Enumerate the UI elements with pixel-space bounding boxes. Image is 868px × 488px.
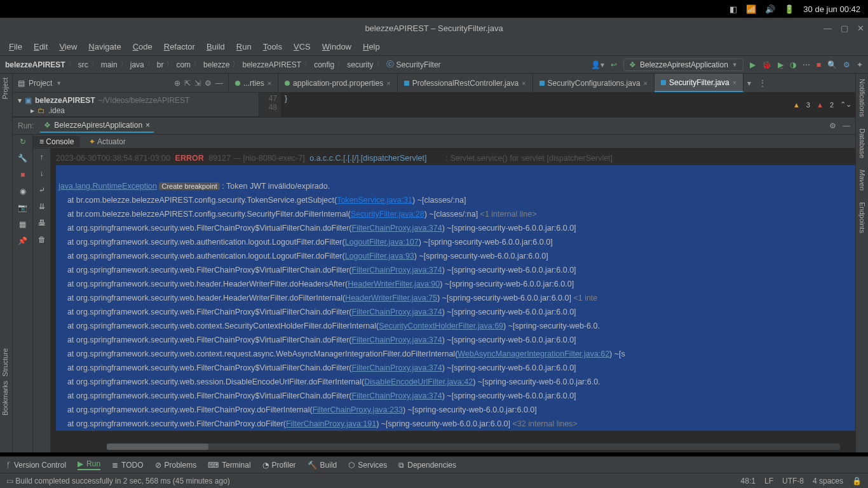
- breadcrumb-item[interactable]: SecurityFilter: [397, 60, 441, 69]
- rerun-icon[interactable]: ↻: [20, 137, 26, 146]
- coverage-button[interactable]: ▶̤: [778, 60, 783, 69]
- pin-icon[interactable]: 📌: [18, 236, 27, 245]
- right-tab-database[interactable]: Database: [858, 128, 866, 158]
- line-separator[interactable]: LF: [764, 477, 773, 485]
- menu-file[interactable]: File: [4, 41, 27, 53]
- tab-terminal[interactable]: ⌨Terminal: [208, 461, 250, 470]
- tabs-more-icon[interactable]: ⋮: [755, 79, 770, 88]
- tab-services[interactable]: ⬡Services: [348, 461, 387, 470]
- breadcrumb-item[interactable]: src: [78, 60, 88, 69]
- menu-navigate[interactable]: Navigate: [83, 41, 126, 53]
- wrap-icon[interactable]: ⤶: [39, 186, 45, 194]
- breadcrumb-item[interactable]: br: [157, 60, 164, 69]
- tab-problems[interactable]: ⊘Problems: [155, 461, 197, 470]
- tab-profiler[interactable]: ◔Profiler: [262, 461, 296, 470]
- project-pane-header[interactable]: ▤ Project ▼ ⊕ ⇱ ⇲ ⚙ —: [13, 74, 229, 92]
- run-button[interactable]: ▶: [750, 60, 756, 69]
- ide-gear-icon[interactable]: ✦: [857, 60, 863, 69]
- vcs-update-icon[interactable]: ↩: [611, 60, 617, 69]
- run-tab[interactable]: ❖ BelezzeApirestApplication ×: [40, 119, 154, 133]
- close-icon[interactable]: ×: [522, 79, 526, 87]
- close-icon[interactable]: ×: [644, 79, 648, 87]
- down-icon[interactable]: ↓: [40, 169, 44, 178]
- hide-icon[interactable]: —: [843, 121, 850, 130]
- breadcrumb-item[interactable]: java: [130, 60, 144, 69]
- left-tool-rail[interactable]: Project Structure Bookmarks: [0, 74, 13, 452]
- gear-icon[interactable]: ⚙: [829, 121, 836, 130]
- chevron-down-icon[interactable]: ▾: [18, 96, 22, 105]
- scrollbar-thumb[interactable]: [107, 444, 208, 450]
- breadcrumb-item[interactable]: main: [101, 60, 118, 69]
- settings-icon[interactable]: ⚙: [843, 60, 850, 69]
- inspection-widget[interactable]: ▲3 ▲2 ⌃⌄: [793, 100, 851, 109]
- breadcrumb-item[interactable]: com: [176, 60, 191, 69]
- chevron-right-icon[interactable]: ▸: [31, 106, 34, 115]
- maximize-button[interactable]: ▢: [841, 24, 848, 33]
- locate-icon[interactable]: ⊕: [174, 79, 180, 88]
- close-icon[interactable]: ×: [733, 79, 736, 86]
- users-icon[interactable]: 👤▾: [591, 60, 604, 69]
- bottom-toolbar[interactable]: ᚶVersion Control ▶Run ≣TODO ⊘Problems ⌨T…: [0, 456, 868, 473]
- breadcrumb-item[interactable]: config: [314, 60, 334, 69]
- menu-vcs[interactable]: VCS: [288, 41, 316, 53]
- hide-icon[interactable]: —: [215, 79, 223, 88]
- left-tab-project[interactable]: Project: [1, 78, 9, 99]
- menu-build[interactable]: Build: [201, 41, 230, 53]
- scroll-icon[interactable]: ⇊: [39, 202, 45, 211]
- tool-icon[interactable]: 🔧: [18, 154, 27, 163]
- breadcrumb-item[interactable]: belezzeAPIREST: [242, 60, 301, 69]
- run-side-toolbar[interactable]: ↻ 🔧 ■ ◉ 📷 ▦ 📌: [13, 135, 33, 452]
- collapse-icon[interactable]: ⇲: [194, 79, 201, 88]
- breadcrumb-item[interactable]: security: [347, 60, 373, 69]
- attach-button[interactable]: ⋯: [803, 60, 810, 69]
- search-icon[interactable]: 🔍: [827, 60, 837, 69]
- tabs-dropdown-icon[interactable]: ▾: [743, 79, 755, 88]
- menu-refactor[interactable]: Refactor: [159, 41, 200, 53]
- project-tree[interactable]: ▾ ▣ belezzeAPIREST ~/Vídeos/belezzeAPIRE…: [13, 93, 259, 117]
- left-tab-bookmarks[interactable]: Bookmarks: [1, 381, 9, 416]
- print-icon[interactable]: 🖶: [38, 219, 46, 227]
- readonly-icon[interactable]: 🔒: [852, 477, 862, 485]
- run-config-selector[interactable]: ❖ BelezzeApirestApplication ▼: [623, 58, 743, 71]
- minimize-button[interactable]: —: [824, 24, 832, 33]
- caret-position[interactable]: 48:1: [741, 477, 756, 485]
- tab-todo[interactable]: ≣TODO: [112, 461, 143, 470]
- breadcrumb-item[interactable]: belezze: [203, 60, 229, 69]
- close-button[interactable]: ✕: [857, 24, 864, 33]
- tree-item-idea[interactable]: .idea: [48, 106, 65, 115]
- project-root[interactable]: belezzeAPIREST: [35, 96, 95, 105]
- console-output[interactable]: 2023-06-30T00:38:54.871-03:00 ERROR 8912…: [51, 149, 855, 452]
- console-side-toolbar[interactable]: ↑ ↓ ⤶ ⇊ 🖶 🗑: [33, 149, 51, 452]
- stop-button[interactable]: ■: [817, 60, 821, 69]
- debug-button[interactable]: 🐞: [762, 60, 771, 69]
- right-tab-maven[interactable]: Maven: [858, 170, 866, 191]
- editor-tab[interactable]: ProfessionalRestController.java×: [398, 74, 533, 92]
- expand-icon[interactable]: ⇱: [184, 79, 191, 88]
- editor-tab[interactable]: SecurityConfigurations.java×: [533, 74, 655, 92]
- right-tab-endpoints[interactable]: Endpoints: [858, 202, 866, 233]
- editor-area[interactable]: }: [281, 93, 855, 117]
- indent[interactable]: 4 spaces: [813, 477, 843, 485]
- close-icon[interactable]: ×: [146, 121, 150, 130]
- horizontal-scrollbar[interactable]: [107, 444, 840, 450]
- layout-icon[interactable]: ▦: [19, 220, 26, 229]
- tab-build[interactable]: 🔨Build: [308, 461, 337, 470]
- left-tab-structure[interactable]: Structure: [1, 348, 9, 377]
- tab-console[interactable]: ≡ Console: [33, 136, 80, 147]
- menu-help[interactable]: Help: [358, 41, 385, 53]
- editor-tab[interactable]: ...rties×: [229, 74, 278, 92]
- gear-icon[interactable]: ⚙: [205, 79, 212, 88]
- menu-edit[interactable]: Edit: [29, 41, 53, 53]
- main-menu[interactable]: FileEditViewNavigateCodeRefactorBuildRun…: [0, 38, 868, 56]
- breadcrumb-item[interactable]: belezzeAPIREST: [5, 60, 65, 69]
- mute-icon[interactable]: ◉: [20, 187, 26, 196]
- menu-tools[interactable]: Tools: [258, 41, 287, 53]
- right-tab-notifications[interactable]: Notifications: [858, 79, 866, 117]
- tab-run[interactable]: ▶Run: [78, 459, 100, 470]
- breadcrumbs[interactable]: belezzeAPIREST〉src〉main〉java〉br〉com〉bele…: [5, 59, 591, 70]
- tab-dependencies[interactable]: ⧉Dependencies: [398, 461, 456, 470]
- menu-run[interactable]: Run: [231, 41, 257, 53]
- console-tabs[interactable]: ≡ Console ✦ Actuator: [33, 135, 855, 149]
- editor-tab[interactable]: application-prod.properties×: [278, 74, 398, 92]
- profile-button[interactable]: ◑: [790, 60, 796, 69]
